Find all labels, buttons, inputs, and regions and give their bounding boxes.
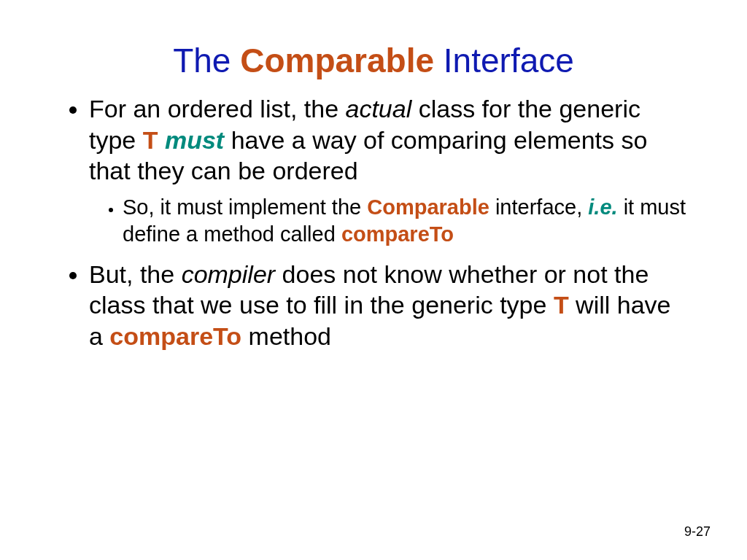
- text-compareto: compareTo: [341, 222, 454, 246]
- text: For an ordered list, the: [89, 95, 346, 122]
- text-must: must: [165, 126, 224, 154]
- sub-bullet-1: So, it must implement the Comparable int…: [123, 194, 690, 249]
- page-number: 9-27: [684, 524, 711, 540]
- text: [158, 126, 165, 154]
- bullet-list: For an ordered list, the actual class fo…: [57, 93, 690, 351]
- text: interface,: [489, 195, 588, 219]
- text-compiler: compiler: [182, 260, 275, 288]
- text-ie: i.e.: [588, 195, 617, 219]
- text: So, it must implement the: [123, 195, 367, 219]
- text-comparable: Comparable: [367, 195, 489, 219]
- text-actual: actual: [346, 95, 412, 122]
- text-T: T: [143, 126, 158, 154]
- text-T: T: [554, 291, 569, 319]
- text: method: [241, 322, 331, 350]
- sub-list: So, it must implement the Comparable int…: [89, 194, 690, 249]
- slide-title: The Comparable Interface: [57, 41, 690, 80]
- title-word-interface: Interface: [434, 42, 574, 79]
- slide: The Comparable Interface For an ordered …: [0, 0, 747, 560]
- bullet-1: For an ordered list, the actual class fo…: [89, 93, 690, 249]
- title-word-the: The: [173, 42, 240, 79]
- title-word-comparable: Comparable: [240, 42, 434, 79]
- text: But, the: [89, 260, 182, 288]
- bullet-2: But, the compiler does not know whether …: [89, 259, 690, 352]
- text-compareto: compareTo: [109, 322, 241, 350]
